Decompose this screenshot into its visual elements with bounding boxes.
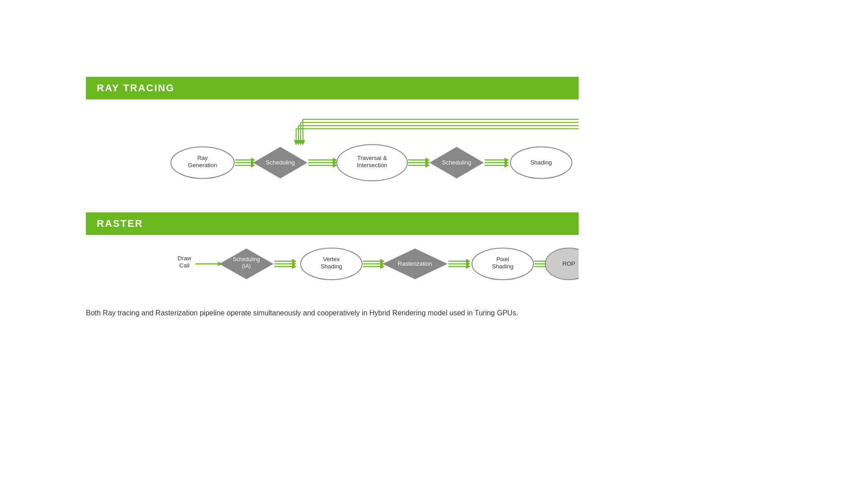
svg-text:(IA): (IA) [242,263,250,269]
svg-text:Generation: Generation [188,162,217,169]
svg-text:Rasterization: Rasterization [398,260,432,267]
ray-tracing-diagram: Ray Generation Scheduling [86,104,579,194]
description-text: Both Ray tracing and Rasterization pipel… [86,307,561,319]
ray-tracing-header: RAY TRACING [86,77,579,99]
svg-text:Intersection: Intersection [357,162,387,169]
raster-diagram: Draw Call Scheduling (IA) Vertex [86,239,579,289]
svg-text:Ray: Ray [197,155,208,161]
raster-section: RASTER Draw Call Scheduling (IA) [86,212,579,289]
main-container: RAY TRACING [86,77,579,319]
svg-text:Scheduling: Scheduling [266,159,295,166]
raster-header: RASTER [86,212,579,235]
svg-text:Shading: Shading [321,263,342,270]
svg-text:Draw: Draw [178,255,192,262]
svg-text:ROP: ROP [562,260,575,267]
svg-text:Shading: Shading [530,159,552,166]
svg-text:Scheduling: Scheduling [233,256,259,263]
svg-text:Vertex: Vertex [323,256,340,263]
svg-text:Scheduling: Scheduling [442,159,471,166]
svg-text:Call: Call [179,262,190,269]
svg-text:Shading: Shading [492,263,514,270]
svg-text:Traversal &: Traversal & [357,155,387,161]
svg-text:Pixel: Pixel [496,256,509,263]
ray-tracing-section: RAY TRACING [86,77,579,194]
